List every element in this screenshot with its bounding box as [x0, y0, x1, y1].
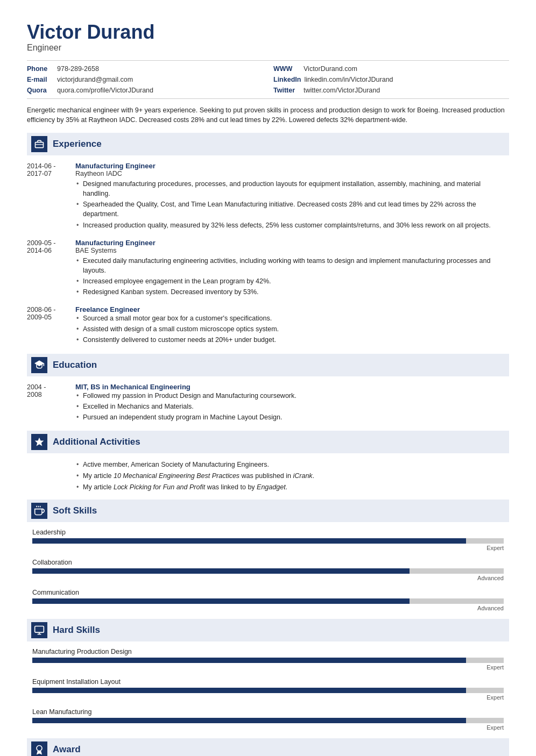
svg-rect-0 [36, 142, 44, 148]
contact-twitter: Twitter twitter.com/VictorJDurand [273, 85, 509, 95]
svg-marker-2 [35, 360, 44, 366]
bullet: Active member, American Society of Manuf… [75, 460, 509, 469]
monitor-icon [34, 625, 45, 636]
award-section: Award 2015 Spearheaded team that receive… [27, 738, 509, 756]
bullet: Increased employee engagement in the Lea… [75, 276, 509, 286]
briefcase-icon [34, 139, 45, 149]
exp-entry-3: 2008-06 -2009-05 Freelance Engineer Sour… [27, 305, 509, 346]
contact-phone: Phone 978-289-2658 [27, 64, 263, 74]
skill-leadership: Leadership Expert [32, 529, 504, 551]
bullet: Redesigned Kanban system. Decreased inve… [75, 287, 509, 297]
hard-skills-header: Hard Skills [27, 619, 509, 641]
hard-skills-icon [31, 622, 47, 638]
graduation-icon [34, 360, 45, 370]
award-title: Award [53, 744, 81, 755]
star-icon [34, 437, 45, 447]
bullet: Excelled in Mechanics and Materials. [75, 402, 509, 411]
skill-collaboration: Collaboration Advanced [32, 559, 504, 581]
resume-header: Victor Durand Engineer [27, 22, 509, 53]
experience-section: Experience 2014-06 -2017-07 Manufacturin… [27, 133, 509, 346]
svg-marker-4 [35, 438, 44, 446]
soft-skills-icon [31, 503, 47, 519]
award-header: Award [27, 738, 509, 756]
experience-icon [31, 136, 47, 152]
bullet: Assisted with design of a small custom m… [75, 324, 509, 334]
soft-skills-list: Leadership Expert Collaboration Advanced… [27, 529, 509, 611]
exp-entry-2: 2009-05 -2014-06 Manufacturing Engineer … [27, 239, 509, 298]
award-icon [31, 741, 47, 756]
summary-text: Energetic mechanical engineer with 9+ ye… [27, 105, 509, 126]
soft-skills-title: Soft Skills [53, 505, 97, 516]
svg-rect-8 [35, 626, 44, 633]
skill-lean: Lean Manufacturing Expert [32, 708, 504, 731]
additional-header: Additional Activities [27, 431, 509, 453]
bullet: My article 10 Mechanical Engineering Bes… [75, 471, 509, 481]
education-icon [31, 357, 47, 373]
hard-skills-list: Manufacturing Production Design Expert E… [27, 648, 509, 731]
contact-linkedin: LinkedIn linkedin.com/in/VictorJDurand [273, 75, 509, 84]
soft-skills-section: Soft Skills Leadership Expert Collaborat… [27, 500, 509, 611]
education-title: Education [53, 360, 97, 370]
education-section: Education 2004 -2008 MIT, BS in Mechanic… [27, 354, 509, 423]
bullet: My article Lock Picking for Fun and Prof… [75, 482, 509, 492]
bullet: Increased production quality, measured b… [75, 220, 509, 230]
additional-title: Additional Activities [53, 437, 140, 447]
additional-section: Additional Activities Active member, Ame… [27, 431, 509, 492]
svg-point-11 [37, 746, 42, 751]
experience-title: Experience [53, 139, 102, 149]
skill-equipment: Equipment Installation Layout Expert [32, 678, 504, 701]
bullet: Followed my passion in Product Design an… [75, 391, 509, 401]
education-header: Education [27, 354, 509, 376]
soft-skills-header: Soft Skills [27, 500, 509, 522]
hand-icon [34, 505, 45, 516]
contact-email: E-mail victorjdurand@gmail.com [27, 75, 263, 84]
bullet: Designed manufacturing procedures, proce… [75, 179, 509, 198]
exp-entry-1: 2014-06 -2017-07 Manufacturing Engineer … [27, 162, 509, 231]
hard-skills-section: Hard Skills Manufacturing Production Des… [27, 619, 509, 731]
contact-www: WWW VictorDurand.com [273, 64, 509, 74]
candidate-name: Victor Durand [27, 22, 509, 43]
bullet: Spearheaded the Quality, Cost, and Time … [75, 199, 509, 219]
skill-communication: Communication Advanced [32, 589, 504, 611]
additional-icon [31, 434, 47, 450]
contact-grid: Phone 978-289-2658 WWW VictorDurand.com … [27, 60, 509, 99]
candidate-title: Engineer [27, 43, 509, 53]
contact-quora: Quora quora.com/profile/VictorJDurand [27, 85, 263, 95]
bullet: Executed daily manufacturing engineering… [75, 256, 509, 275]
edu-entry-1: 2004 -2008 MIT, BS in Mechanical Enginee… [27, 383, 509, 423]
bullet: Consistently delivered to customer needs… [75, 335, 509, 345]
skill-manufacturing: Manufacturing Production Design Expert [32, 648, 504, 671]
bullet: Sourced a small motor gear box for a cus… [75, 313, 509, 323]
bullet: Pursued an independent study program in … [75, 412, 509, 422]
hard-skills-title: Hard Skills [53, 625, 100, 636]
medal-icon [34, 744, 45, 755]
experience-header: Experience [27, 133, 509, 155]
